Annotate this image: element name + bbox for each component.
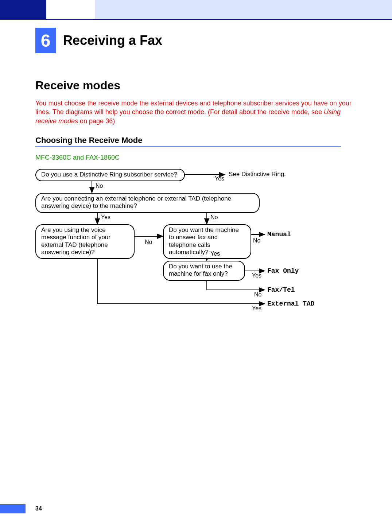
thumb-tab: [0, 504, 26, 513]
flow-q3-text: Are you using the voice message function…: [41, 226, 110, 256]
edge-q1-yes-label: Yes: [215, 175, 224, 182]
flow-q5: Do you want to use the machine for fax o…: [163, 261, 245, 281]
page-top-band: [0, 0, 392, 19]
edge-q3-yes-label: Yes: [252, 305, 261, 312]
flow-q2: Are you connecting an external telephone…: [35, 193, 260, 213]
chapter-number: 6: [41, 31, 51, 51]
edge-q2-yes-label: Yes: [101, 214, 110, 221]
edge-q5-yes-label: Yes: [252, 272, 261, 279]
subheading-rule: [35, 146, 341, 147]
edge-q4-no-label: No: [253, 237, 260, 244]
flow-q1: Do you use a Distinctive Ring subscriber…: [35, 169, 185, 181]
top-left-accent: [0, 0, 46, 19]
chapter-number-box: 6: [35, 28, 56, 53]
mode-fax-tel: Fax/Tel: [267, 286, 295, 294]
section-intro: You must choose the receive mode the ext…: [35, 99, 357, 125]
edge-q3-no-label: No: [145, 239, 152, 245]
flow-q3: Are you using the voice message function…: [35, 224, 135, 259]
receive-mode-flowchart: Do you use a Distinctive Ring subscriber…: [35, 169, 356, 322]
subheading: Choosing the Receive Mode: [35, 136, 357, 145]
out-distinctive-ring: See Distinctive Ring.: [229, 171, 286, 178]
top-rule: [0, 19, 392, 20]
page-content: 6 Receiving a Fax Receive modes You must…: [35, 28, 357, 322]
edge-q2-no-label: No: [210, 214, 218, 221]
flow-q4: Do you want the machine to answer fax an…: [163, 224, 251, 259]
edge-q1-no-label: No: [96, 183, 103, 189]
flow-q5-text: Do you want to use the machine for fax o…: [169, 263, 232, 277]
models-line: MFC-3360C and FAX-1860C: [35, 154, 357, 162]
page-number: 34: [35, 505, 42, 512]
intro-pre: You must choose the receive mode the ext…: [35, 100, 352, 116]
top-right-accent: [95, 0, 392, 19]
edge-q4-yes-label: Yes: [210, 251, 220, 257]
flow-q2-text: Are you connecting an external telephone…: [41, 195, 231, 209]
mode-manual: Manual: [267, 231, 291, 238]
page-footer: 34: [0, 504, 392, 526]
intro-post: on page 36): [78, 117, 115, 125]
flow-q1-text: Do you use a Distinctive Ring subscriber…: [41, 171, 177, 178]
mode-fax-only: Fax Only: [267, 267, 299, 275]
section-heading: Receive modes: [35, 79, 357, 92]
chapter-header: 6 Receiving a Fax: [35, 28, 357, 53]
edge-q5-no-label: No: [254, 291, 261, 298]
flow-q4-text: Do you want the machine to answer fax an…: [169, 226, 239, 256]
mode-external-tad: External TAD: [267, 300, 315, 307]
chapter-title: Receiving a Fax: [63, 33, 162, 48]
